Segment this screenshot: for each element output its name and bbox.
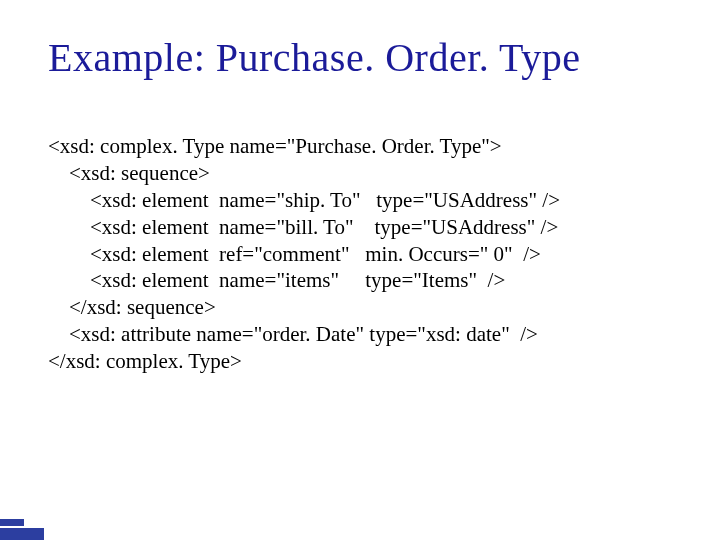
code-block: <xsd: complex. Type name="Purchase. Orde… (48, 133, 680, 375)
code-line: </xsd: sequence> (48, 295, 216, 319)
decoration-bar-icon (0, 519, 24, 526)
code-line: <xsd: sequence> (48, 161, 210, 185)
code-line: <xsd: element ref="comment" min. Occurs=… (48, 242, 541, 266)
code-line: <xsd: complex. Type name="Purchase. Orde… (48, 134, 502, 158)
decoration-bar-icon (0, 528, 44, 540)
code-line: <xsd: element name="ship. To" type="USAd… (48, 188, 560, 212)
code-line: </xsd: complex. Type> (48, 349, 242, 373)
corner-decoration (0, 500, 54, 540)
code-line: <xsd: element name="bill. To" type="USAd… (48, 215, 558, 239)
slide-title: Example: Purchase. Order. Type (48, 34, 680, 81)
code-line: <xsd: element name="items" type="Items" … (48, 268, 505, 292)
code-line: <xsd: attribute name="order. Date" type=… (48, 322, 538, 346)
